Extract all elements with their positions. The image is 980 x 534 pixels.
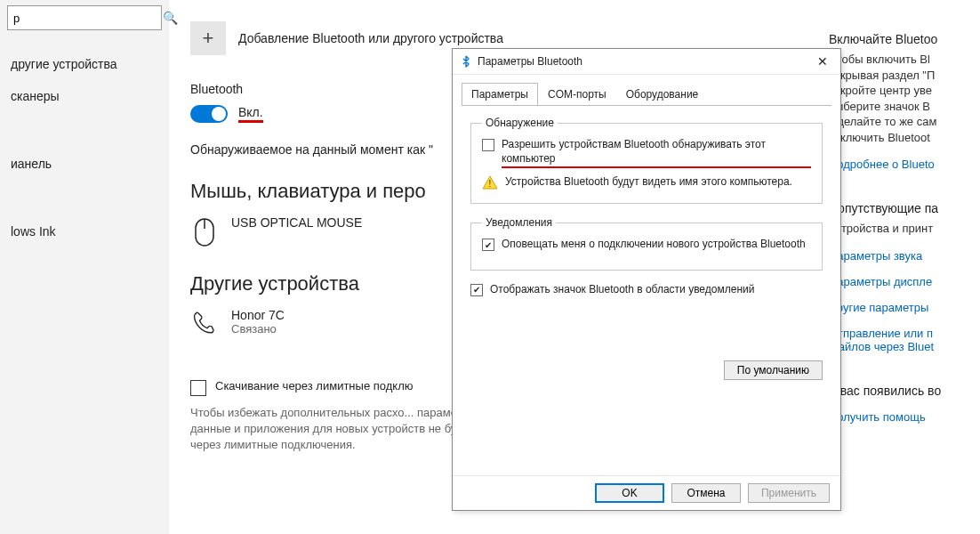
mouse-icon: [190, 215, 219, 249]
link-other-params[interactable]: Другие параметры: [829, 301, 976, 314]
right-heading-1: Включайте Bluetoo: [829, 32, 976, 46]
discovery-warning-text: Устройства Bluetooth будут видеть имя эт…: [505, 175, 792, 190]
device-name: Honor 7C: [231, 308, 285, 322]
plus-icon: +: [203, 27, 214, 50]
add-device-button[interactable]: +: [190, 21, 226, 55]
svg-text:!: !: [489, 179, 492, 189]
notifications-legend: Уведомления: [482, 216, 556, 229]
tab-com-ports[interactable]: COM-порты: [538, 83, 616, 106]
phone-icon: [190, 308, 219, 342]
sidebar-item-windows-ink[interactable]: lows Ink: [0, 215, 169, 247]
bluetooth-toggle-label: Вкл.: [238, 105, 263, 123]
discovery-group: Обнаружение Разрешить устройствам Blueto…: [470, 117, 823, 204]
notifications-group: Уведомления Оповещать меня о подключении…: [470, 216, 823, 271]
link-display[interactable]: Параметры диспле: [829, 275, 976, 288]
allow-discovery-label: Разрешить устройствам Bluetooth обнаружи…: [502, 138, 811, 168]
right-heading-3: У вас появились во: [829, 384, 976, 398]
sidebar-item-other-devices[interactable]: другие устройства: [0, 48, 169, 80]
warning-icon: !: [482, 175, 498, 192]
link-more-bluetooth[interactable]: Подробнее о Blueto: [829, 158, 976, 171]
cancel-button[interactable]: Отмена: [671, 483, 741, 503]
show-tray-icon-checkbox[interactable]: [470, 284, 483, 296]
device-name: USB OPTICAL MOUSE: [231, 215, 362, 230]
dialog-titlebar[interactable]: Параметры Bluetooth ✕: [453, 49, 840, 75]
dialog-tabs: Параметры COM-порты Оборудование: [453, 75, 840, 105]
settings-sidebar: 🔍 другие устройства сканеры ианель lows …: [0, 0, 169, 534]
link-get-help[interactable]: Получить помощь: [829, 410, 976, 424]
link-sound[interactable]: Параметры звука: [829, 249, 976, 263]
notify-new-device-checkbox[interactable]: [482, 239, 494, 251]
ok-button[interactable]: OK: [595, 483, 664, 503]
allow-discovery-checkbox[interactable]: [482, 139, 494, 151]
related-panel: Включайте Bluetoo Чтобы включить Bl откр…: [829, 0, 980, 534]
notify-new-device-label: Оповещать меня о подключении нового устр…: [502, 238, 806, 252]
sidebar-item-scanners[interactable]: сканеры: [0, 80, 169, 112]
search-input[interactable]: [13, 12, 163, 25]
apply-button[interactable]: Применить: [748, 483, 830, 503]
sidebar-item-panel[interactable]: ианель: [0, 148, 169, 180]
right-heading-2: Сопутствующие па: [829, 201, 976, 215]
tab-content: Обнаружение Разрешить устройствам Blueto…: [462, 105, 831, 468]
right-text-2: Устройства и принт: [829, 221, 976, 237]
discovery-legend: Обнаружение: [482, 117, 558, 129]
bluetooth-toggle[interactable]: [190, 105, 228, 123]
right-text-1: Чтобы включить Bl открывая раздел "П отк…: [829, 52, 976, 145]
metered-download-label: Скачивание через лимитные подклю: [215, 379, 413, 392]
search-box[interactable]: 🔍: [7, 5, 162, 30]
show-tray-icon-label: Отображать значок Bluetooth в области ув…: [490, 283, 754, 297]
bluetooth-icon: [460, 55, 472, 68]
device-status: Связано: [231, 322, 285, 336]
restore-defaults-button[interactable]: По умолчанию: [724, 360, 823, 380]
link-send-files[interactable]: Отправление или п файлов через Bluet: [829, 327, 976, 353]
metered-download-checkbox[interactable]: [190, 380, 206, 396]
dialog-title: Параметры Bluetooth: [478, 55, 812, 68]
bluetooth-settings-dialog: Параметры Bluetooth ✕ Параметры COM-порт…: [452, 48, 841, 511]
add-device-label: Добавление Bluetooth или другого устройс…: [238, 31, 503, 45]
tab-parameters[interactable]: Параметры: [462, 83, 538, 106]
tab-hardware[interactable]: Оборудование: [616, 83, 709, 106]
close-button[interactable]: ✕: [812, 54, 833, 69]
